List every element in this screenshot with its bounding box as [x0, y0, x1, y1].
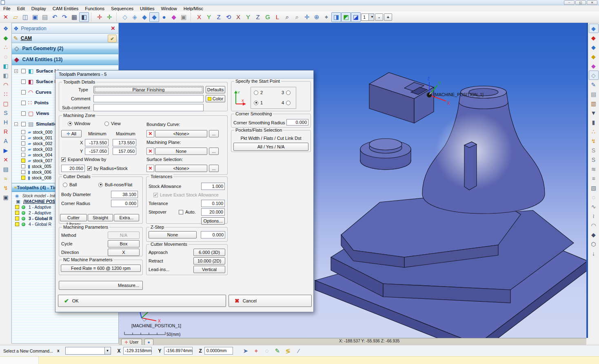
body-diameter-field[interactable]: 38.100	[111, 191, 138, 198]
menu-edit[interactable]: Edit	[14, 6, 28, 11]
r-rough-icon[interactable]: R	[1, 127, 11, 136]
restore-button[interactable]: ◱	[575, 0, 586, 5]
ok-button[interactable]: ✔ OK	[58, 295, 226, 307]
flowline-icon[interactable]: ≀	[589, 211, 599, 221]
color-button[interactable]: Color	[206, 95, 225, 102]
cursor-help-icon[interactable]: ➤	[241, 346, 250, 355]
expand-window-checkbox[interactable]: ✔Expand Window by	[61, 157, 106, 162]
containment-icon[interactable]: ↯	[589, 136, 599, 146]
plunge-cutter-icon[interactable]: ▼	[589, 108, 599, 117]
direction-button[interactable]: X	[108, 249, 140, 256]
feed-rate-button[interactable]: Feed Rate = 600 @ 1200 rpm	[61, 265, 141, 272]
view-z-minus-icon[interactable]: Z	[253, 12, 263, 22]
command-combo-arrow-icon[interactable]: ▼	[104, 347, 111, 354]
delete-stock-icon[interactable]: ◆	[589, 33, 599, 42]
menu-help-misc[interactable]: Help/Misc	[180, 6, 206, 11]
save-icon[interactable]: ▣	[30, 12, 40, 22]
view-shaded-edges-icon[interactable]: ◆	[149, 12, 159, 22]
start-point-2-radio[interactable]: 2	[254, 90, 263, 95]
retract-button[interactable]: 10.000 (2D)	[193, 257, 225, 265]
export-model-icon[interactable]: ◫	[20, 12, 30, 22]
corner-radius-field[interactable]: 0.000	[111, 200, 138, 207]
menu-file[interactable]: File	[0, 6, 14, 11]
cam-header[interactable]: ✎ CAM ✔	[12, 34, 118, 43]
delete-op-icon[interactable]: ✕	[1, 155, 11, 164]
offset-curves-icon[interactable]: ≡	[589, 174, 599, 183]
post-lightning-icon[interactable]: ↯	[1, 183, 11, 192]
plane-browse-button[interactable]: ...	[209, 148, 219, 155]
subcomment-field[interactable]	[93, 104, 204, 111]
lasso-select-icon[interactable]: ◌	[262, 346, 271, 355]
clear-boundary-button[interactable]: ✕	[146, 130, 154, 137]
view-z-plus-icon[interactable]: Z	[214, 12, 224, 22]
between-curves-icon[interactable]: ◠	[589, 221, 599, 230]
a-finish-icon[interactable]: A	[1, 136, 11, 146]
view-y-minus-icon[interactable]: Y	[243, 12, 253, 22]
x-coordinate-field[interactable]: -129.3158mm	[123, 347, 152, 355]
cycle-button[interactable]: Box	[108, 240, 140, 247]
op-checkbox[interactable]	[15, 222, 19, 226]
communications-icon[interactable]: ▣	[1, 192, 11, 202]
straight-button[interactable]: Straight	[88, 214, 113, 221]
surface-selection-button[interactable]: <None>	[155, 165, 207, 172]
zoom-previous-icon[interactable]: ⌕	[292, 12, 302, 22]
shaded-part-icon[interactable]: ◆	[589, 24, 599, 33]
display-settings-icon[interactable]: ◧	[79, 12, 89, 22]
expander-icon[interactable]: +	[14, 69, 18, 73]
visibility-checkbox[interactable]	[21, 111, 26, 116]
surface-new-icon[interactable]: ◧	[1, 61, 11, 71]
simulate-play-icon[interactable]: ▶	[1, 146, 11, 155]
arrow-down-icon[interactable]: ↓	[589, 249, 599, 258]
minimize-button[interactable]: −	[564, 0, 575, 5]
view-wireframe-icon[interactable]: ◇	[120, 12, 130, 22]
h-holder-icon[interactable]: H	[1, 117, 11, 127]
y-max-field[interactable]: 157.050	[113, 148, 136, 155]
section-cam-entities[interactable]: ◆ CAM Entities (13)	[12, 54, 118, 65]
view-shaded-icon[interactable]: ◆	[140, 12, 149, 22]
rotate-view-icon[interactable]: ⊕	[312, 12, 322, 22]
visibility-checkbox[interactable]	[21, 170, 25, 174]
menu-display[interactable]: Display	[28, 6, 49, 11]
chain-select-icon[interactable]: ∴	[1, 42, 11, 52]
part-model[interactable]	[315, 73, 586, 338]
visibility-checkbox[interactable]	[21, 159, 25, 163]
options-button[interactable]: Options...	[201, 217, 225, 225]
measure-button[interactable]: Measure...	[59, 281, 143, 290]
clear-command-button[interactable]: x	[57, 349, 60, 353]
expand-value-field[interactable]: 20.050	[61, 165, 85, 172]
window-radio[interactable]: Window	[68, 121, 90, 126]
dialog-title[interactable]: Toolpath Parameters - 5	[55, 71, 313, 79]
sketch-icon[interactable]: ✎	[589, 80, 599, 89]
grid-icon[interactable]: ▦	[69, 12, 79, 22]
remove-stock-icon[interactable]: ◆	[589, 61, 599, 71]
comment-field[interactable]	[93, 95, 204, 102]
y-coordinate-field[interactable]: -156.8974mm	[164, 347, 193, 355]
pockets-all-button[interactable]: All / Yes / N/A	[233, 143, 308, 151]
stock-allowance-field[interactable]: 1.000	[201, 183, 225, 190]
close-file-icon[interactable]: ✕	[1, 12, 11, 22]
point-new-icon[interactable]: ∷	[1, 89, 11, 99]
pick-point-icon[interactable]: ⌖	[252, 346, 261, 355]
preparation-header[interactable]: ❖ Preparation ✕	[12, 23, 118, 34]
view-new-icon[interactable]: ▢	[1, 99, 11, 108]
op-checkbox[interactable]	[15, 205, 19, 209]
extra-button[interactable]: Extra...	[114, 214, 139, 221]
start-point-4-radio[interactable]: 4	[282, 100, 291, 105]
print-icon[interactable]: ▤	[40, 12, 50, 22]
dynamic-rotate-icon[interactable]: ◩	[341, 12, 351, 22]
defaults-button[interactable]: Defaults	[206, 86, 225, 93]
boundary-browse-button[interactable]: ...	[209, 130, 219, 137]
expander-icon[interactable]: -	[14, 122, 18, 126]
view-iso-icon[interactable]: ⟲	[224, 12, 233, 22]
vertical-view-icon[interactable]: ◪	[351, 12, 361, 22]
menu-functions[interactable]: Functions	[82, 6, 108, 11]
close-panel-icon[interactable]: ✕	[109, 25, 117, 32]
view-radio[interactable]: View	[104, 121, 121, 126]
cancel-button[interactable]: ✖ Cancel	[229, 295, 312, 307]
boundary-icon[interactable]: S	[589, 146, 599, 155]
view-hidden-line-icon[interactable]: ◈	[130, 12, 140, 22]
zigzag-icon[interactable]: ≋	[589, 164, 599, 174]
caliper-measure-icon[interactable]: ≶	[284, 346, 293, 355]
visibility-checkbox[interactable]	[21, 79, 26, 84]
solid-new-icon[interactable]: ◧	[1, 71, 11, 80]
